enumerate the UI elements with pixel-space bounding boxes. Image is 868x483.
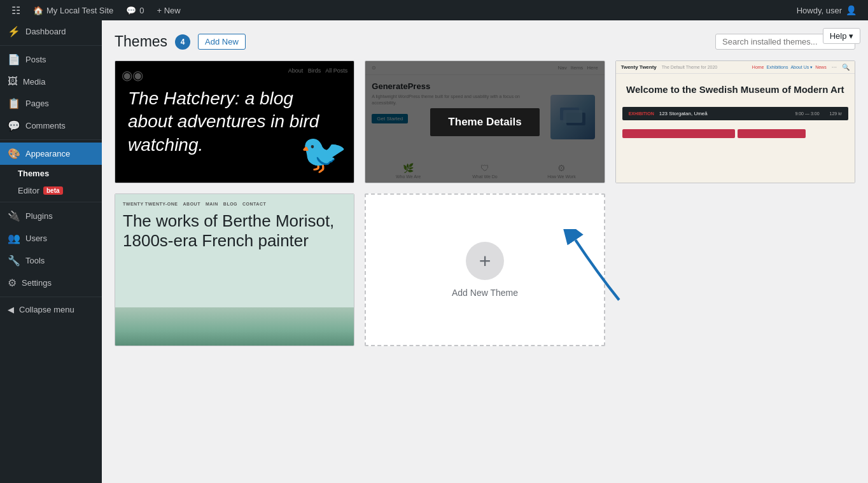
theme-details-overlay[interactable]: Theme Details <box>365 61 604 183</box>
howdy-item[interactable]: Howdy, user 👤 <box>790 0 863 20</box>
sidebar-item-posts[interactable]: 📄 Posts <box>0 48 102 71</box>
theme-card-twenty-twenty[interactable]: Twenty Twenty The Default Theme for 2020… <box>615 60 855 183</box>
sidebar-item-plugins[interactable]: 🔌 Plugins <box>0 205 102 227</box>
sidebar-item-settings[interactable]: ⚙ Settings <box>0 272 102 294</box>
tt-brand: Twenty Twenty <box>621 64 657 70</box>
themes-sub-label: Themes <box>18 169 49 178</box>
sidebar-item-users[interactable]: 👥 Users <box>0 227 102 249</box>
site-icon: 🏠 <box>33 6 43 15</box>
theme-card-generatepress[interactable]: ⊙ Nav Items Here GeneratePress A lightwe… <box>365 60 605 183</box>
ttone-nav-main: MAIN <box>206 202 218 206</box>
theme-preview-ttone: TWENTY TWENTY-ONE ABOUT MAIN BLOG CONTAC… <box>115 194 354 346</box>
help-button[interactable]: Help ▾ <box>823 28 860 44</box>
comments-item[interactable]: 💬 0 <box>120 0 150 20</box>
dashboard-icon: ⚡ <box>8 25 20 38</box>
ttone-nav-blog: BLOG <box>223 202 237 206</box>
tt-nav-about: About Us ▾ <box>790 65 813 70</box>
settings-label: Settings <box>22 278 52 288</box>
howdy-label: Howdy, user <box>797 6 842 15</box>
sidebar-item-tools[interactable]: 🔧 Tools <box>0 249 102 272</box>
theme-preview-ttwenty: Twenty Twenty The Default Theme for 2020… <box>616 61 855 183</box>
help-label: Help ▾ <box>830 31 853 41</box>
theme-details-button[interactable]: Theme Details <box>430 108 539 136</box>
sidebar-item-dashboard[interactable]: ⚡ Dashboard <box>0 20 102 43</box>
settings-icon: ⚙ <box>8 277 17 289</box>
tt-event-time: 9:00 — 3:00 <box>795 111 819 116</box>
theme-preview-gp: ⊙ Nav Items Here GeneratePress A lightwe… <box>365 61 604 183</box>
tt-red-bar-2 <box>738 129 806 138</box>
ttwo-nav: About Birds All Posts <box>288 67 348 74</box>
sidebar-item-comments[interactable]: 💬 Comments <box>0 115 102 137</box>
admin-bar: ☷ 🏠 My Local Test Site 💬 0 + New Howdy, … <box>0 0 868 20</box>
tools-icon: 🔧 <box>8 255 20 267</box>
comment-icon: 💬 <box>126 6 136 15</box>
tt-event-bar: EXHIBITION 123 Storgatan, Umeå 9:00 — 3:… <box>622 107 848 120</box>
wp-logo-item[interactable]: ☷ <box>5 0 27 20</box>
sidebar-item-editor[interactable]: Editor beta <box>0 182 102 199</box>
ttone-nav-about: ABOUT <box>183 202 200 206</box>
tools-label: Tools <box>25 256 45 265</box>
content-area: Help ▾ Themes 4 Add New ◉◉ About Birds A… <box>102 20 868 483</box>
ttone-image <box>115 307 354 346</box>
sidebar-collapse-item[interactable]: ◀ Collapse menu <box>0 300 102 319</box>
ttone-nav-contact: CONTACT <box>242 202 266 206</box>
add-theme-plus-icon: + <box>466 242 504 280</box>
theme-card-twenty-twenty-two[interactable]: ◉◉ About Birds All Posts The Hatchery: a… <box>115 60 354 183</box>
tt-hero-title: Welcome to the Swedish Museum of Modern … <box>624 84 847 95</box>
ttone-brand: TWENTY TWENTY-ONE <box>123 202 178 206</box>
theme-footer-gp: GeneratePress Activate Live Preview <box>365 183 604 183</box>
posts-label: Posts <box>25 55 46 64</box>
theme-preview-ttwo: ◉◉ About Birds All Posts The Hatchery: a… <box>115 61 354 183</box>
sidebar-item-pages[interactable]: 📋 Pages <box>0 92 102 115</box>
theme-card-twenty-twenty-one[interactable]: TWENTY TWENTY-ONE ABOUT MAIN BLOG CONTAC… <box>115 193 354 346</box>
add-theme-card[interactable]: + Add New Theme <box>365 193 605 346</box>
collapse-label: Collapse menu <box>19 305 74 314</box>
site-name-item[interactable]: 🏠 My Local Test Site <box>27 0 120 20</box>
themes-count-badge: 4 <box>175 34 190 50</box>
tt-event-name: 123 Storgatan, Umeå <box>659 111 708 116</box>
posts-icon: 📄 <box>8 53 20 66</box>
sidebar-sep-4 <box>0 297 102 297</box>
collapse-icon: ◀ <box>8 305 14 314</box>
theme-footer-ttwenty: Twenty Twenty Activate Live Preview <box>616 183 855 183</box>
appearance-label: Appearance <box>25 149 70 158</box>
new-content-item[interactable]: + New <box>151 0 187 20</box>
sidebar-item-themes[interactable]: Themes <box>0 165 102 182</box>
site-name-label: My Local Test Site <box>46 6 113 15</box>
tt-nav-news: News <box>815 65 827 70</box>
tt-search-icon: 🔍 <box>842 64 850 71</box>
comments-nav-label: Comments <box>25 121 66 130</box>
new-content-label: + New <box>157 6 181 15</box>
users-label: Users <box>25 234 47 243</box>
themes-grid: ◉◉ About Birds All Posts The Hatchery: a… <box>115 60 855 346</box>
sidebar: ⚡ Dashboard 📄 Posts 🖼 Media 📋 Pages 💬 Co… <box>0 20 102 483</box>
add-new-button[interactable]: Add New <box>198 34 246 50</box>
page-title: Themes <box>115 33 167 50</box>
ttone-image-inner <box>115 307 354 346</box>
plugins-icon: 🔌 <box>8 210 20 222</box>
theme-footer-ttone: Twenty Twenty-One Activate Live Preview <box>115 346 354 346</box>
comments-count: 0 <box>139 6 144 15</box>
pages-icon: 📋 <box>8 97 20 109</box>
add-theme-label: Add New Theme <box>452 288 518 298</box>
page-header: Themes 4 Add New <box>115 33 855 50</box>
pages-label: Pages <box>25 99 49 108</box>
plugins-label: Plugins <box>25 211 53 221</box>
tt-red-bar-1 <box>622 129 736 138</box>
tt-event-label: EXHIBITION <box>629 111 654 116</box>
beta-badge: beta <box>43 186 63 195</box>
sidebar-sep-3 <box>0 202 102 202</box>
ttone-title: The works of Berthe Morisot, 1800s-era F… <box>123 211 346 251</box>
users-icon: 👥 <box>8 232 20 244</box>
media-label: Media <box>23 77 45 87</box>
sidebar-item-appearance[interactable]: 🎨 Appearance <box>0 143 102 165</box>
tt-menu-dots: ··· <box>832 64 837 71</box>
tt-hero: Welcome to the Swedish Museum of Modern … <box>616 74 855 102</box>
plus-symbol: + <box>479 249 491 273</box>
sidebar-sep-2 <box>0 139 102 140</box>
media-icon: 🖼 <box>8 76 18 87</box>
wp-logo-icon: ☷ <box>11 4 20 17</box>
comments-nav-icon: 💬 <box>8 120 20 132</box>
sidebar-item-media[interactable]: 🖼 Media <box>0 71 102 92</box>
sidebar-sep-1 <box>0 45 102 46</box>
